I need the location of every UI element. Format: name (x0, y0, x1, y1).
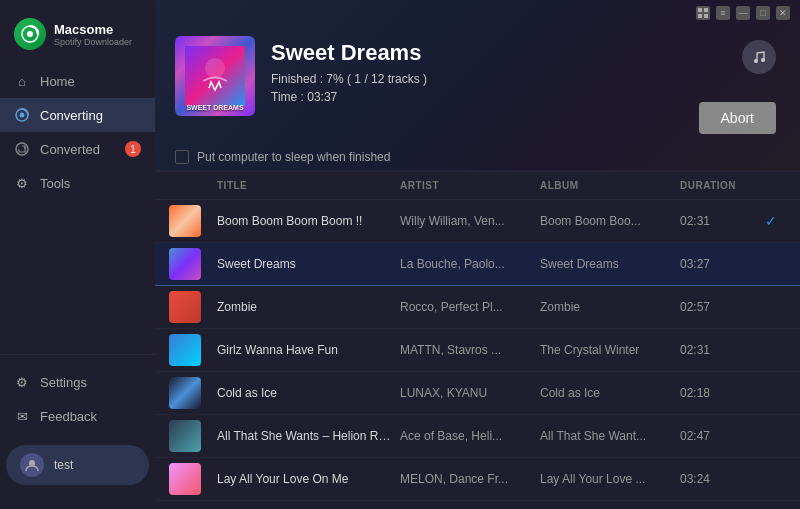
table-row[interactable]: Zombie Rocco, Perfect Pl... Zombie 02:57 (155, 286, 800, 329)
track-duration: 02:57 (676, 300, 756, 314)
track-artist: Rocco, Perfect Pl... (396, 300, 536, 314)
track-thumb (169, 205, 213, 237)
track-duration: 03:27 (676, 257, 756, 271)
app-logo-icon (14, 18, 46, 50)
col-header-title: TITLE (213, 178, 396, 193)
track-artist: MATTN, Stavros ... (396, 343, 536, 357)
track-album: Boom Boom Boo... (536, 214, 676, 228)
converted-badge: 1 (125, 141, 141, 157)
track-duration: 02:18 (676, 386, 756, 400)
track-thumb (169, 334, 213, 366)
sidebar-item-settings[interactable]: ⚙ Settings (0, 365, 155, 399)
col-header-thumb (169, 178, 213, 193)
svg-rect-7 (704, 8, 708, 12)
col-header-duration: DURATION (676, 178, 756, 193)
svg-rect-8 (698, 14, 702, 18)
sleep-label: Put computer to sleep when finished (197, 150, 390, 164)
track-artist: La Bouche, Paolo... (396, 257, 536, 271)
table-header: TITLE ARTIST ALBUM DURATION (155, 172, 800, 200)
track-album: The Crystal Winter (536, 343, 676, 357)
table-body: Boom Boom Boom Boom !! Willy William, Ve… (155, 200, 800, 501)
logo-text: Macsome Spotify Downloader (54, 22, 132, 47)
main-content: ≡ — □ ✕ (155, 0, 800, 509)
track-thumbnail-5 (169, 377, 201, 409)
music-note-button[interactable] (742, 40, 776, 74)
album-art: SWEET DREAMS (175, 36, 255, 116)
track-album: Cold as Ice (536, 386, 676, 400)
svg-point-1 (27, 31, 33, 37)
track-thumb (169, 377, 213, 409)
table-row[interactable]: Sweet Dreams La Bouche, Paolo... Sweet D… (155, 243, 800, 286)
track-thumbnail-3 (169, 291, 201, 323)
info-details: Sweet Dreams Finished : 7% ( 1 / 12 trac… (271, 36, 683, 104)
logo-area: Macsome Spotify Downloader (0, 10, 155, 64)
sidebar-item-tools[interactable]: ⚙ Tools (0, 166, 155, 200)
sidebar-item-converting[interactable]: Converting (0, 98, 155, 132)
sleep-row: Put computer to sleep when finished (155, 144, 800, 172)
close-button[interactable]: ✕ (776, 6, 790, 20)
user-area[interactable]: test (6, 445, 149, 485)
col-header-status (756, 178, 786, 193)
sidebar-item-feedback-label: Feedback (40, 409, 97, 424)
svg-rect-9 (704, 14, 708, 18)
track-thumbnail-6 (169, 420, 201, 452)
track-album: All That She Want... (536, 429, 676, 443)
track-artist: MELON, Dance Fr... (396, 472, 536, 486)
svg-point-11 (205, 58, 225, 78)
home-icon: ⌂ (14, 73, 30, 89)
time-text: Time : 03:37 (271, 90, 683, 104)
table-row[interactable]: Lay All Your Love On Me MELON, Dance Fr.… (155, 458, 800, 501)
album-title: Sweet Dreams (271, 40, 683, 66)
svg-rect-6 (698, 8, 702, 12)
svg-point-4 (16, 143, 28, 155)
sidebar-item-converted[interactable]: Converted 1 (0, 132, 155, 166)
sidebar-item-tools-label: Tools (40, 176, 70, 191)
track-album: Sweet Dreams (536, 257, 676, 271)
info-section: SWEET DREAMS Sweet Dreams Finished : 7% … (155, 26, 800, 144)
menu-button[interactable]: ≡ (716, 6, 730, 20)
track-artist: Ace of Base, Heli... (396, 429, 536, 443)
track-title: All That She Wants – Helion Remix (213, 429, 396, 443)
table-row[interactable]: Boom Boom Boom Boom !! Willy William, Ve… (155, 200, 800, 243)
grid-view-button[interactable] (696, 6, 710, 20)
settings-icon: ⚙ (14, 374, 30, 390)
user-name: test (54, 458, 73, 472)
tools-icon: ⚙ (14, 175, 30, 191)
album-art-text: SWEET DREAMS (179, 104, 251, 112)
track-title: Sweet Dreams (213, 257, 396, 271)
track-thumbnail-1 (169, 205, 201, 237)
table-row[interactable]: Cold as Ice LUNAX, KYANU Cold as Ice 02:… (155, 372, 800, 415)
sleep-checkbox[interactable] (175, 150, 189, 164)
maximize-button[interactable]: □ (756, 6, 770, 20)
track-duration: 03:24 (676, 472, 756, 486)
sidebar-bottom: ⚙ Settings ✉ Feedback test (0, 354, 155, 499)
sidebar: Macsome Spotify Downloader ⌂ Home Conver… (0, 0, 155, 509)
track-duration: 02:47 (676, 429, 756, 443)
header-right: Abort (699, 36, 780, 134)
track-artist: LUNAX, KYANU (396, 386, 536, 400)
minimize-button[interactable]: — (736, 6, 750, 20)
table-row[interactable]: Girlz Wanna Have Fun MATTN, Stavros ... … (155, 329, 800, 372)
track-album: Lay All Your Love ... (536, 472, 676, 486)
col-header-artist: ARTIST (396, 178, 536, 193)
abort-button[interactable]: Abort (699, 102, 776, 134)
svg-point-13 (761, 58, 765, 62)
track-check-1: ✓ (756, 213, 786, 229)
sidebar-item-home-label: Home (40, 74, 75, 89)
sidebar-item-converting-label: Converting (40, 108, 103, 123)
top-bar: ≡ — □ ✕ (155, 0, 800, 26)
svg-point-12 (754, 59, 758, 63)
converted-icon (14, 141, 30, 157)
feedback-icon: ✉ (14, 408, 30, 424)
track-title: Cold as Ice (213, 386, 396, 400)
track-title: Boom Boom Boom Boom !! (213, 214, 396, 228)
svg-point-3 (20, 113, 25, 118)
track-thumbnail-7 (169, 463, 201, 495)
sidebar-item-home[interactable]: ⌂ Home (0, 64, 155, 98)
app-name: Macsome (54, 22, 132, 37)
table-row[interactable]: All That She Wants – Helion Remix Ace of… (155, 415, 800, 458)
sidebar-item-feedback[interactable]: ✉ Feedback (0, 399, 155, 433)
track-album: Zombie (536, 300, 676, 314)
track-title: Zombie (213, 300, 396, 314)
track-duration: 02:31 (676, 214, 756, 228)
